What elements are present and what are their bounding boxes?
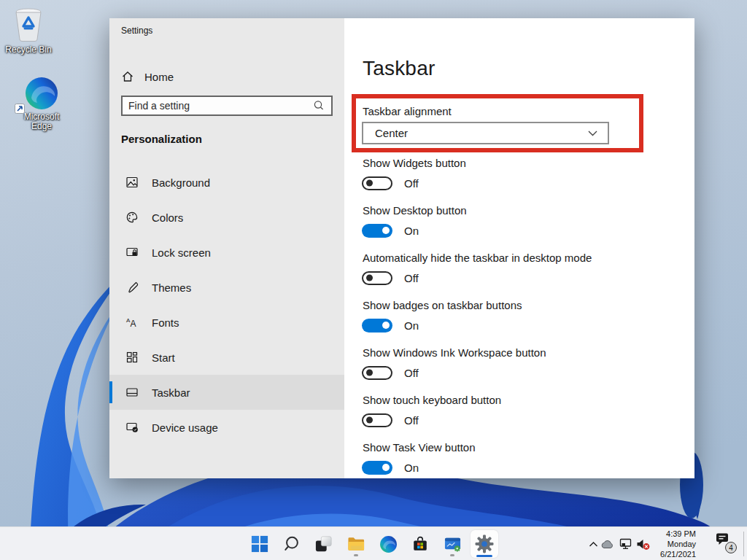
- colors-palette-icon: [125, 211, 139, 224]
- taskbar: 4:39 PM Monday 6/21/2021 4: [0, 526, 747, 560]
- microsoft-store-button[interactable]: [404, 529, 436, 559]
- settings-gear-icon: [475, 534, 494, 553]
- clock-day: Monday: [638, 539, 696, 549]
- search-input[interactable]: [123, 100, 312, 112]
- sidebar-item-fonts[interactable]: A A Fonts: [109, 305, 344, 340]
- device-usage-icon: [125, 421, 139, 434]
- toggle-desktop-button[interactable]: [362, 224, 392, 238]
- sidebar-item-taskbar[interactable]: Taskbar: [109, 375, 344, 410]
- windows-start-icon: [251, 535, 268, 553]
- search-icon: [283, 535, 301, 553]
- start-button[interactable]: [244, 529, 276, 559]
- edge-button[interactable]: [372, 529, 404, 559]
- toggle-state-label: Off: [404, 414, 419, 427]
- edge-logo-icon: [24, 76, 59, 111]
- page-title: Taskbar: [363, 57, 435, 80]
- tray-network-button[interactable]: [619, 537, 633, 551]
- recycle-bin-icon: [10, 6, 47, 44]
- toggle-state-label: Off: [404, 177, 419, 190]
- sidebar-section-heading: Personalization: [121, 133, 202, 145]
- window-title: Settings: [121, 26, 152, 36]
- setting-label-ink-workspace: Show Windows Ink Workspace button: [363, 346, 546, 359]
- sidebar-item-label: Fonts: [152, 316, 179, 329]
- network-icon: [619, 538, 632, 550]
- toggle-widgets[interactable]: [362, 176, 392, 190]
- toggle-touch-keyboard[interactable]: [362, 413, 392, 427]
- task-view-button[interactable]: [308, 529, 340, 559]
- toggle-auto-hide[interactable]: [362, 271, 392, 285]
- setting-label-task-view: Show Task View button: [363, 441, 476, 454]
- taskbar-alignment-dropdown[interactable]: Center: [362, 122, 609, 144]
- sidebar-item-themes[interactable]: Themes: [109, 270, 344, 305]
- background-image-icon: [125, 176, 139, 189]
- setting-label-auto-hide: Automatically hide the taskbar in deskto…: [363, 252, 592, 264]
- dropdown-selected-value: Center: [363, 127, 588, 139]
- file-explorer-icon: [347, 535, 365, 553]
- start-grid-icon: [125, 351, 139, 364]
- search-button[interactable]: [276, 529, 308, 559]
- toggle-state-label: On: [404, 462, 419, 474]
- settings-sidebar: Settings Home Personalization Background: [109, 18, 344, 478]
- toggle-badges[interactable]: [362, 319, 392, 332]
- task-view-icon: [315, 535, 333, 553]
- setting-label-badges: Show badges on taskbar buttons: [363, 299, 522, 311]
- sidebar-item-background[interactable]: Background: [109, 165, 344, 200]
- system-app-button[interactable]: [436, 529, 468, 559]
- setting-label-desktop-button: Show Desktop button: [363, 204, 467, 217]
- running-indicator: [354, 554, 358, 556]
- sidebar-item-home[interactable]: Home: [121, 63, 174, 90]
- toggle-ink-workspace[interactable]: [362, 366, 392, 380]
- sidebar-item-label: Themes: [152, 281, 191, 294]
- setting-label-widgets: Show Widgets button: [363, 157, 466, 169]
- desktop-icon-label: Recycle Bin: [0, 45, 57, 55]
- desktop-icon-label-line2: Edge: [13, 122, 70, 131]
- sidebar-item-start[interactable]: Start: [109, 340, 344, 375]
- search-icon[interactable]: [312, 99, 325, 112]
- settings-button[interactable]: [468, 529, 500, 559]
- home-icon: [121, 70, 134, 83]
- taskbar-center-icons: [244, 529, 500, 559]
- desktop-icon-microsoft-edge[interactable]: Microsoft Edge: [13, 76, 70, 131]
- fonts-icon: A A: [125, 316, 139, 329]
- toggle-state-label: Off: [404, 272, 419, 284]
- sidebar-item-label: Taskbar: [152, 386, 190, 399]
- settings-search-box[interactable]: [121, 96, 333, 116]
- sidebar-item-lock-screen[interactable]: Lock screen: [109, 235, 344, 270]
- shortcut-arrow-icon: [15, 104, 25, 114]
- toggle-state-label: On: [404, 225, 419, 237]
- toggle-state-label: On: [404, 319, 419, 332]
- chevron-up-icon: [589, 541, 598, 548]
- lock-screen-icon: [125, 246, 139, 259]
- active-app-indicator: [476, 555, 492, 557]
- sidebar-item-device-usage[interactable]: Device usage: [109, 410, 344, 445]
- running-indicator: [450, 554, 454, 556]
- sidebar-item-label: Device usage: [152, 421, 218, 434]
- sidebar-item-colors[interactable]: Colors: [109, 200, 344, 235]
- toggle-task-view[interactable]: [362, 461, 392, 475]
- settings-window: Settings Home Personalization Background: [109, 18, 694, 478]
- clock-date: 6/21/2021: [638, 549, 696, 559]
- settings-content: Taskbar Taskbar alignment Center Show Wi…: [344, 18, 694, 478]
- taskbar-alignment-label: Taskbar alignment: [363, 105, 452, 117]
- tray-onedrive-button[interactable]: [600, 537, 614, 551]
- notification-center-button[interactable]: 4: [715, 532, 741, 556]
- sidebar-item-label: Background: [152, 176, 210, 189]
- toggle-state-label: Off: [404, 367, 419, 379]
- file-explorer-button[interactable]: [340, 529, 372, 559]
- desktop-icon-recycle-bin[interactable]: Recycle Bin: [0, 6, 57, 55]
- sidebar-item-label: Start: [152, 351, 175, 364]
- show-desktop-strip[interactable]: [743, 532, 744, 556]
- cloud-icon: [600, 539, 614, 549]
- tray-clock[interactable]: 4:39 PM Monday 6/21/2021: [638, 529, 696, 559]
- notification-count-badge: 4: [725, 542, 737, 553]
- clock-time: 4:39 PM: [638, 529, 696, 539]
- system-window-gear-icon: [444, 535, 462, 553]
- sidebar-home-label: Home: [144, 71, 174, 83]
- tray-chevron-button[interactable]: [586, 537, 600, 551]
- chevron-down-icon: [588, 131, 597, 136]
- microsoft-store-icon: [411, 535, 429, 553]
- sidebar-item-label: Colors: [152, 211, 183, 224]
- sidebar-item-label: Lock screen: [152, 246, 211, 259]
- setting-label-touch-keyboard: Show touch keyboard button: [363, 394, 501, 406]
- themes-brush-icon: [125, 281, 139, 294]
